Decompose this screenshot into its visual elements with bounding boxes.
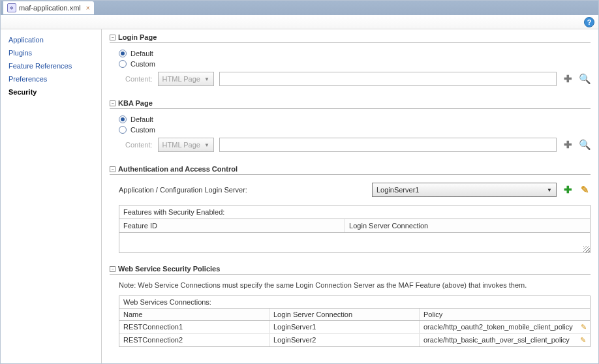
file-tab[interactable]: ⋄ maf-application.xml × bbox=[3, 1, 94, 14]
add-icon[interactable]: ✚ bbox=[562, 73, 574, 85]
cell-policy: oracle/http_oauth2_token_mobile_client_p… bbox=[420, 321, 577, 333]
cell-policy: oracle/http_basic_auth_over_ssl_client_p… bbox=[420, 334, 576, 346]
cell-name: RESTConnection1 bbox=[119, 321, 269, 333]
radio-default[interactable] bbox=[119, 115, 127, 123]
login-server-select[interactable]: LoginServer1 ▼ bbox=[372, 183, 557, 197]
ws-row: RESTConnection1 LoginServer1 oracle/http… bbox=[119, 321, 590, 334]
collapse-icon[interactable]: − bbox=[110, 100, 115, 106]
radio-label-custom: Custom bbox=[131, 126, 155, 134]
toolbar: ? bbox=[1, 15, 598, 29]
sidebar-item-preferences[interactable]: Preferences bbox=[1, 72, 101, 85]
title-bar: ⋄ maf-application.xml × bbox=[1, 1, 598, 15]
features-body bbox=[119, 233, 590, 252]
col-login-conn: Login Server Connection bbox=[345, 219, 590, 232]
ws-row: RESTConnection2 LoginServer2 oracle/http… bbox=[119, 334, 590, 346]
cell-name: RESTConnection2 bbox=[119, 334, 269, 346]
sidebar-item-plugins[interactable]: Plugins bbox=[1, 46, 101, 59]
content-label: Content: bbox=[125, 141, 153, 149]
content-type-select: HTML Page ▼ bbox=[158, 72, 214, 86]
col-feature-id: Feature ID bbox=[119, 219, 345, 232]
xml-file-icon: ⋄ bbox=[7, 3, 16, 12]
ws-table: Web Services Connections: Name Login Ser… bbox=[119, 296, 591, 347]
login-page-section: − Login Page Default Custom Content: HTM… bbox=[110, 33, 591, 87]
add-icon[interactable]: ✚ bbox=[562, 139, 574, 151]
col-login: Login Server Connection bbox=[269, 309, 420, 320]
section-title: KBA Page bbox=[118, 99, 153, 107]
radio-custom[interactable] bbox=[119, 126, 127, 134]
col-name: Name bbox=[119, 309, 269, 320]
dropdown-icon: ▼ bbox=[547, 187, 552, 193]
sidebar: Application Plugins Feature References P… bbox=[1, 29, 102, 363]
add-server-icon[interactable]: ✚ bbox=[562, 184, 574, 196]
sidebar-item-application[interactable]: Application bbox=[1, 33, 101, 46]
features-header: Feature ID Login Server Connection bbox=[119, 219, 590, 233]
radio-label-default: Default bbox=[131, 50, 153, 57]
content-label: Content: bbox=[125, 75, 153, 83]
dropdown-icon: ▼ bbox=[204, 76, 209, 82]
cell-login: LoginServer2 bbox=[269, 334, 420, 346]
section-title: Login Page bbox=[118, 33, 157, 41]
radio-custom[interactable] bbox=[119, 60, 127, 68]
collapse-icon[interactable]: − bbox=[110, 266, 115, 272]
edit-server-icon[interactable]: ✎ bbox=[579, 184, 591, 196]
close-icon[interactable]: × bbox=[86, 5, 90, 12]
tab-title: maf-application.xml bbox=[19, 4, 81, 12]
ws-section: − Web Service Security Policies Note: We… bbox=[110, 265, 591, 347]
content-path-input[interactable] bbox=[219, 72, 557, 86]
collapse-icon[interactable]: − bbox=[110, 35, 115, 40]
search-icon[interactable]: 🔍 bbox=[579, 73, 591, 85]
content-path-input[interactable] bbox=[219, 138, 557, 152]
main-panel: − Login Page Default Custom Content: HTM… bbox=[102, 29, 598, 363]
features-caption: Features with Security Enabled: bbox=[119, 205, 590, 219]
radio-default[interactable] bbox=[119, 50, 127, 57]
help-icon[interactable]: ? bbox=[584, 17, 594, 27]
cell-login: LoginServer1 bbox=[269, 321, 420, 333]
search-icon[interactable]: 🔍 bbox=[579, 139, 591, 151]
kba-page-section: − KBA Page Default Custom Content: HTML … bbox=[110, 99, 591, 153]
resize-handle-icon[interactable] bbox=[583, 246, 590, 252]
radio-label-default: Default bbox=[131, 115, 153, 123]
sidebar-item-security[interactable]: Security bbox=[1, 85, 101, 99]
section-title: Authentication and Access Control bbox=[118, 165, 238, 173]
collapse-icon[interactable]: − bbox=[110, 166, 115, 172]
ws-header: Name Login Server Connection Policy bbox=[119, 308, 590, 321]
dropdown-icon: ▼ bbox=[204, 142, 209, 148]
section-title: Web Service Security Policies bbox=[118, 265, 220, 273]
edit-row-icon[interactable]: ✎ bbox=[576, 334, 590, 346]
auth-section: − Authentication and Access Control Appl… bbox=[110, 165, 591, 253]
content-type-select: HTML Page ▼ bbox=[158, 138, 214, 152]
edit-row-icon[interactable]: ✎ bbox=[577, 321, 591, 333]
ws-caption: Web Services Connections: bbox=[119, 296, 590, 308]
sidebar-item-feature-references[interactable]: Feature References bbox=[1, 59, 101, 72]
login-server-label: Application / Configuration Login Server… bbox=[119, 186, 367, 194]
features-table: Features with Security Enabled: Feature … bbox=[119, 205, 591, 253]
radio-label-custom: Custom bbox=[131, 60, 155, 68]
ws-note: Note: Web Service Connections must speci… bbox=[110, 280, 591, 296]
col-policy: Policy bbox=[420, 309, 576, 320]
